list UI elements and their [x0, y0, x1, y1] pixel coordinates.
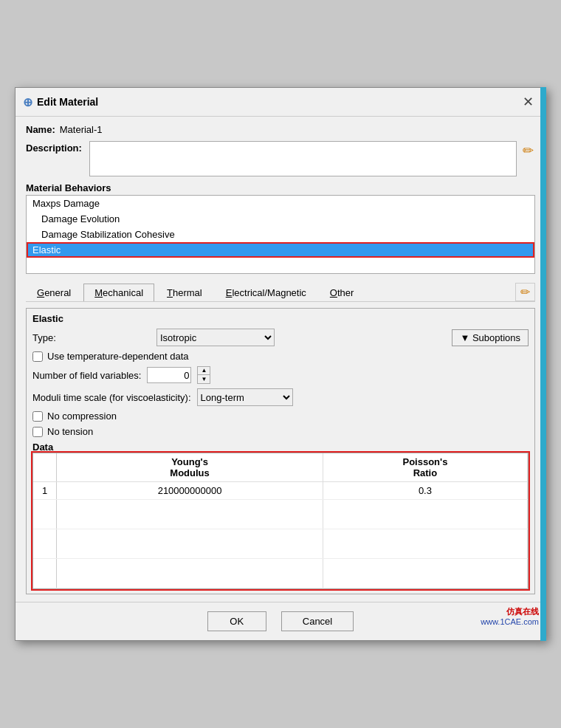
watermark: 仿真在线 www.1CAE.com [481, 606, 539, 626]
no-compression-label: No compression [47, 411, 117, 422]
watermark-chinese: 仿真在线 [481, 606, 539, 617]
behaviors-box: Maxps Damage Damage Evolution Damage Sta… [26, 195, 535, 274]
tabs-row: General Mechanical Thermal Electrical/Ma… [26, 280, 535, 302]
empty-row-3 [33, 559, 528, 588]
elastic-section: Elastic Type: Isotropic Orthotropic Anis… [26, 308, 535, 594]
description-label: Description: [26, 141, 85, 154]
behavior-elastic[interactable]: Elastic [27, 242, 534, 258]
no-tension-row: No tension [32, 426, 529, 437]
title-bar: ⊕ Edit Material ✕ [16, 88, 545, 117]
moduli-label: Moduli time scale (for viscoelasticity): [32, 392, 191, 403]
col-youngs-header: Young'sModulus [57, 453, 323, 482]
cancel-button[interactable]: Cancel [281, 611, 354, 631]
close-button[interactable]: ✕ [518, 92, 538, 111]
material-behaviors-label: Material Behaviors [26, 182, 535, 193]
right-accent-bar [540, 87, 546, 641]
type-row: Type: Isotropic Orthotropic Anisotropic … [32, 329, 529, 346]
data-label: Data [32, 442, 529, 453]
use-temp-row: Use temperature-dependent data [32, 351, 529, 362]
elastic-label: Elastic [32, 313, 529, 324]
moduli-select[interactable]: Long-term Instantaneous [197, 388, 293, 406]
field-variables-input[interactable] [147, 367, 191, 383]
tab-thermal[interactable]: Thermal [156, 284, 213, 301]
row-youngs[interactable]: 210000000000 [57, 482, 323, 500]
moduli-row: Moduli time scale (for viscoelasticity):… [32, 388, 529, 406]
suboptions-button[interactable]: ▼ Suboptions [452, 329, 529, 346]
material-behaviors-section: Material Behaviors Maxps Damage Damage E… [26, 182, 535, 274]
no-compression-checkbox[interactable] [32, 411, 43, 422]
type-label: Type: [32, 332, 151, 343]
type-select[interactable]: Isotropic Orthotropic Anisotropic Engine… [156, 329, 275, 346]
table-row: 1 210000000000 0.3 [33, 482, 528, 500]
tab-other[interactable]: Other [319, 284, 365, 301]
no-tension-label: No tension [47, 426, 93, 437]
spinner-down[interactable]: ▼ [198, 375, 210, 383]
use-temp-checkbox[interactable] [32, 351, 43, 362]
row-poisson[interactable]: 0.3 [323, 482, 527, 500]
tab-electrical-magnetic[interactable]: Electrical/Magnetic [215, 284, 317, 301]
name-value: Material-1 [60, 124, 103, 135]
behavior-damage-evolution[interactable]: Damage Evolution [27, 211, 534, 227]
empty-row-2 [33, 529, 528, 559]
behavior-empty [27, 258, 534, 273]
no-compression-row: No compression [32, 411, 529, 422]
dialog-title: Edit Material [37, 96, 98, 108]
use-temp-label: Use temperature-dependent data [47, 351, 189, 362]
name-label: Name: [26, 124, 55, 135]
data-section-wrap: Data Young'sModulus Poisson'sRatio [32, 442, 529, 589]
behavior-damage-stabilization[interactable]: Damage Stabilization Cohesive [27, 227, 534, 242]
spinner-up[interactable]: ▲ [198, 367, 210, 375]
col-num-header [33, 453, 57, 482]
data-table-header: Young'sModulus Poisson'sRatio [33, 453, 528, 482]
dialog-icon: ⊕ [23, 95, 32, 109]
description-pencil-button[interactable]: ✏ [521, 141, 535, 160]
behavior-maxps-damage[interactable]: Maxps Damage [27, 196, 534, 211]
data-table: Young'sModulus Poisson'sRatio 1 21000000… [33, 453, 528, 588]
tab-general[interactable]: General [26, 284, 82, 301]
field-variables-label: Number of field variables: [32, 370, 141, 381]
description-input[interactable] [89, 141, 517, 176]
no-tension-checkbox[interactable] [32, 427, 43, 437]
ok-button[interactable]: OK [207, 611, 266, 631]
empty-row-1 [33, 500, 528, 529]
dialog-footer: OK Cancel [16, 602, 545, 640]
watermark-url: www.1CAE.com [481, 617, 539, 626]
field-variables-row: Number of field variables: ▲ ▼ [32, 366, 529, 384]
tab-pencil-button[interactable]: ✏ [515, 283, 535, 301]
description-row: Description: ✏ [26, 141, 535, 176]
data-section: Young'sModulus Poisson'sRatio 1 21000000… [32, 453, 529, 589]
tab-mechanical[interactable]: Mechanical [83, 284, 154, 301]
row-num: 1 [33, 482, 57, 500]
col-poisson-header: Poisson'sRatio [323, 453, 527, 482]
field-variables-spinner: ▲ ▼ [197, 366, 210, 384]
name-row: Name: Material-1 [26, 124, 535, 135]
